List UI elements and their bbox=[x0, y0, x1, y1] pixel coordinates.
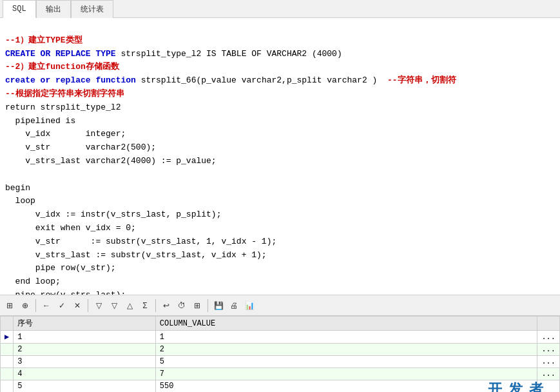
chart-btn[interactable]: 📊 bbox=[242, 299, 256, 313]
cell-extra: ... bbox=[537, 344, 560, 356]
tab-output[interactable]: 输出 bbox=[36, 0, 71, 18]
grid-btn[interactable]: ⊞ bbox=[3, 299, 17, 313]
code-line-17: v_strs_last := substr(v_strs_last, v_idx… bbox=[5, 250, 267, 260]
row-indicator: ▶ bbox=[1, 331, 14, 344]
cancel-btn[interactable]: ✕ bbox=[70, 299, 84, 313]
grid2-btn[interactable]: ⊞ bbox=[190, 299, 204, 313]
col-header-extra bbox=[537, 317, 560, 331]
tab-stats[interactable]: 统计表 bbox=[71, 0, 113, 18]
print-btn[interactable]: 🖨 bbox=[227, 299, 241, 313]
code-line-13: loop bbox=[5, 196, 35, 206]
code-line-19: end loop; bbox=[5, 277, 61, 286]
code-line-20: pipe row(v_strs_last); bbox=[5, 290, 126, 295]
row-indicator bbox=[1, 368, 14, 380]
cell-value: 5 bbox=[155, 356, 537, 368]
cell-seq: 4 bbox=[14, 368, 156, 380]
cell-extra: ... bbox=[537, 331, 560, 344]
code-line-2: CREATE OR REPLACE TYPE strsplit_type_l2 … bbox=[5, 49, 342, 59]
col-header-seq: 序号 bbox=[14, 317, 156, 331]
code-editor[interactable]: --1）建立TYPE类型 CREATE OR REPLACE TYPE strs… bbox=[0, 18, 560, 295]
filter-btn[interactable]: ▽ bbox=[92, 299, 106, 313]
toolbar: ⊞ ⊕ ← ✓ ✕ ▽ ▽ △ Σ ↩ ⏱ ⊞ 💾 🖨 📊 bbox=[0, 295, 560, 316]
tab-bar: SQL 输出 统计表 bbox=[0, 0, 560, 18]
save-btn[interactable]: 💾 bbox=[211, 299, 226, 313]
sum-btn[interactable]: Σ bbox=[138, 299, 152, 313]
table-row[interactable]: 4 7 ... bbox=[1, 368, 560, 380]
sep-3 bbox=[155, 299, 156, 312]
row-indicator bbox=[1, 344, 14, 356]
col-header-value: COLUMN_VALUE bbox=[155, 317, 537, 331]
cell-seq: 2 bbox=[14, 344, 156, 356]
cell-value: 550 bbox=[155, 380, 537, 393]
cell-value: 7 bbox=[155, 368, 537, 380]
cell-seq: 1 bbox=[14, 331, 156, 344]
results-area: 序号 COLUMN_VALUE ▶ 1 1 ... 2 2 ... 3 5 bbox=[0, 316, 560, 392]
code-line-8: v_idx integer; bbox=[5, 129, 126, 139]
code-line-6: return strsplit_type_l2 bbox=[5, 103, 121, 112]
sep-1 bbox=[35, 299, 36, 312]
code-line-12: begin bbox=[5, 183, 30, 193]
code-line-3: --2）建立function存储函数 bbox=[5, 62, 119, 72]
import-btn[interactable]: ↩ bbox=[159, 299, 173, 313]
back-btn[interactable]: ← bbox=[39, 299, 53, 313]
cell-value: 2 bbox=[155, 344, 537, 356]
add-btn[interactable]: ⊕ bbox=[18, 299, 32, 313]
code-line-15: exit when v_idx = 0; bbox=[5, 223, 136, 233]
sep-4 bbox=[208, 299, 208, 312]
table-row[interactable]: 2 2 ... bbox=[1, 344, 560, 356]
code-line-16: v_str := substr(v_strs_last, 1, v_idx - … bbox=[5, 237, 276, 246]
sep-2 bbox=[88, 299, 88, 312]
row-indicator bbox=[1, 356, 14, 368]
cell-extra: ... bbox=[537, 368, 560, 380]
row-indicator bbox=[1, 380, 14, 393]
cell-value: 1 bbox=[155, 331, 537, 344]
table-row[interactable]: ▶ 1 1 ... bbox=[1, 331, 560, 344]
cell-extra: ... bbox=[537, 356, 560, 368]
code-line-14: v_idx := instr(v_strs_last, p_split); bbox=[5, 210, 221, 219]
sort-btn[interactable]: △ bbox=[122, 299, 137, 313]
code-line-10: v_strs_last varchar2(4000) := p_value; bbox=[5, 156, 217, 166]
table-row[interactable]: 3 5 ... bbox=[1, 356, 560, 368]
cell-extra bbox=[537, 380, 560, 393]
table-row[interactable]: 5 550 bbox=[1, 380, 560, 393]
cell-seq: 5 bbox=[14, 380, 156, 393]
code-line-7: pipelined is bbox=[5, 116, 75, 126]
tab-sql[interactable]: SQL bbox=[3, 0, 36, 18]
code-line-4: create or replace function strsplit_66(p… bbox=[5, 75, 456, 85]
code-line-11 bbox=[5, 170, 10, 179]
filter2-btn[interactable]: ▽ bbox=[107, 299, 121, 313]
col-header-indicator bbox=[1, 317, 14, 331]
cell-seq: 3 bbox=[14, 356, 156, 368]
results-table: 序号 COLUMN_VALUE ▶ 1 1 ... 2 2 ... 3 5 bbox=[0, 316, 560, 392]
code-line-5: --根据指定字符串来切割字符串 bbox=[5, 89, 124, 99]
code-line-1: --1）建立TYPE类型 bbox=[5, 35, 82, 45]
clock-btn[interactable]: ⏱ bbox=[175, 299, 189, 313]
code-line-9: v_str varchar2(500); bbox=[5, 142, 156, 152]
code-line-18: pipe row(v_str); bbox=[5, 263, 116, 273]
check-btn[interactable]: ✓ bbox=[55, 299, 69, 313]
